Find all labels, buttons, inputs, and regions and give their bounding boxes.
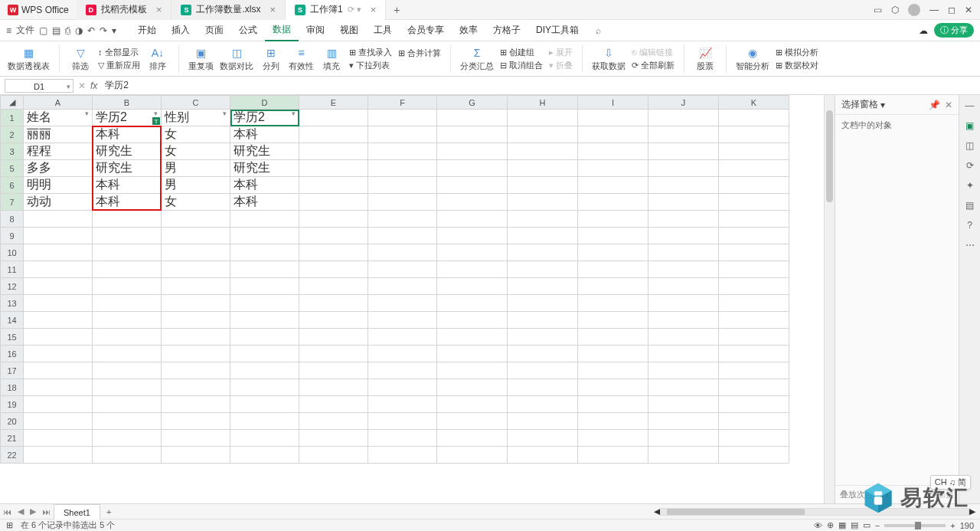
formula-input[interactable]: 学历2 (102, 79, 975, 92)
print-icon[interactable]: ⎙ (65, 25, 70, 36)
ime-indicator[interactable]: CH ♫ 简 (930, 475, 971, 490)
cell-E8[interactable] (299, 211, 368, 228)
col-header-H[interactable]: H (508, 96, 578, 110)
horizontal-scrollbar[interactable]: ◀▶ (654, 507, 975, 516)
cell-A10[interactable] (24, 244, 93, 261)
cell-H2[interactable] (508, 126, 578, 143)
row-header-20[interactable]: 20 (1, 413, 24, 430)
rail-more-icon[interactable]: ⋯ (964, 239, 976, 251)
menu-公式[interactable]: 公式 (231, 20, 265, 41)
cell-K17[interactable] (719, 362, 789, 379)
cloud-icon[interactable]: ☁ (919, 25, 928, 36)
sheet-nav-next[interactable]: ▶ (27, 506, 39, 516)
row-header-12[interactable]: 12 (1, 278, 24, 295)
col-header-D[interactable]: D (230, 96, 299, 110)
cell-F11[interactable] (368, 261, 437, 278)
cell-C6[interactable]: 男 (162, 177, 230, 194)
reading-view-icon[interactable]: ▭ (863, 520, 871, 530)
cell-A14[interactable] (24, 312, 93, 329)
cell-F3[interactable] (368, 143, 437, 160)
select-all-corner[interactable]: ◢ (1, 96, 24, 110)
cell-J9[interactable] (648, 228, 719, 244)
cell-K1[interactable] (719, 110, 789, 126)
cell-F13[interactable] (368, 295, 437, 312)
sheet-nav-prev[interactable]: ◀ (15, 506, 27, 516)
cell-J16[interactable] (648, 346, 719, 362)
cell-F21[interactable] (368, 430, 437, 447)
cell-H14[interactable] (508, 312, 578, 329)
cell-K16[interactable] (719, 346, 789, 362)
cell-D6[interactable]: 本科 (230, 177, 299, 194)
row-header-5[interactable]: 5 (1, 160, 24, 177)
sheet-tab[interactable]: Sheet1 (54, 504, 100, 520)
cell-G3[interactable] (437, 143, 508, 160)
row-header-16[interactable]: 16 (1, 346, 24, 362)
cell-G5[interactable] (437, 160, 508, 177)
sheet-nav-last[interactable]: ⏭ (39, 507, 54, 516)
rail-collapse-icon[interactable]: — (964, 100, 976, 112)
cell-C21[interactable] (162, 430, 230, 447)
cell-I11[interactable] (578, 261, 648, 278)
row-header-3[interactable]: 3 (1, 143, 24, 160)
cell-H10[interactable] (508, 244, 578, 261)
cell-C17[interactable] (162, 362, 230, 379)
spreadsheet-grid[interactable]: ◢ABCDEFGHIJK1姓名学历2T性别学历22丽丽本科女本科3程程研究生女研… (0, 95, 789, 464)
cell-C12[interactable] (162, 278, 230, 295)
view-icon[interactable]: 👁 (814, 521, 822, 530)
menu-页面[interactable]: 页面 (198, 20, 231, 41)
cell-D10[interactable] (230, 244, 299, 261)
cell-I10[interactable] (578, 244, 648, 261)
cell-J7[interactable] (648, 194, 719, 211)
file-menu[interactable]: 文件 (16, 24, 34, 37)
cell-F19[interactable] (368, 396, 437, 413)
share-button[interactable]: ⓘ 分享 (934, 23, 974, 38)
zoom-in-icon[interactable]: + (950, 521, 955, 530)
cell-G15[interactable] (437, 329, 508, 346)
cell-F7[interactable] (368, 194, 437, 211)
cell-I5[interactable] (578, 160, 648, 177)
cell-K15[interactable] (719, 329, 789, 346)
collapse-button[interactable]: ▾ 折叠 (549, 60, 573, 71)
cell-D18[interactable] (230, 379, 299, 396)
cell-J6[interactable] (648, 177, 719, 194)
cell-F15[interactable] (368, 329, 437, 346)
expand-button[interactable]: ▸ 展开 (549, 47, 573, 58)
save-icon[interactable]: ▤ (52, 25, 60, 36)
z-down-icon[interactable]: ▾ (884, 490, 889, 500)
cell-B14[interactable] (93, 312, 162, 329)
pane-dropdown-icon[interactable]: ▾ (880, 100, 885, 110)
cell-H9[interactable] (508, 228, 578, 244)
cell-B19[interactable] (93, 396, 162, 413)
cell-E15[interactable] (299, 329, 368, 346)
cell-B1[interactable]: 学历2T (93, 110, 162, 126)
cell-D22[interactable] (230, 447, 299, 464)
cell-H12[interactable] (508, 278, 578, 295)
doc-tab-0[interactable]: D找稻壳模板× (77, 0, 172, 20)
cell-B21[interactable] (93, 430, 162, 447)
doc-tab-1[interactable]: S工作簿数量.xlsx× (172, 0, 286, 20)
zoom-value[interactable]: 190 (960, 521, 974, 530)
zoom-out-icon[interactable]: − (875, 521, 880, 530)
cell-F5[interactable] (368, 160, 437, 177)
cell-F20[interactable] (368, 413, 437, 430)
row-header-15[interactable]: 15 (1, 329, 24, 346)
edit-link-button[interactable]: ⎋ 编辑链接 (632, 47, 675, 58)
cell-E20[interactable] (299, 413, 368, 430)
add-sheet-button[interactable]: + (100, 507, 117, 516)
cell-F1[interactable] (368, 110, 437, 126)
cell-J19[interactable] (648, 396, 719, 413)
cell-G14[interactable] (437, 312, 508, 329)
pane-close-icon[interactable]: ✕ (945, 100, 952, 110)
cell-D7[interactable]: 本科 (230, 194, 299, 211)
menu-会员专享[interactable]: 会员专享 (400, 20, 452, 41)
cell-K3[interactable] (719, 143, 789, 160)
rail-backup-icon[interactable]: ⟳ (964, 159, 976, 172)
cell-B8[interactable] (93, 211, 162, 228)
cell-F14[interactable] (368, 312, 437, 329)
cell-C14[interactable] (162, 312, 230, 329)
cell-B7[interactable]: 本科 (93, 194, 162, 211)
cell-A12[interactable] (24, 278, 93, 295)
cell-G1[interactable] (437, 110, 508, 126)
cell-H6[interactable] (508, 177, 578, 194)
cell-C15[interactable] (162, 329, 230, 346)
